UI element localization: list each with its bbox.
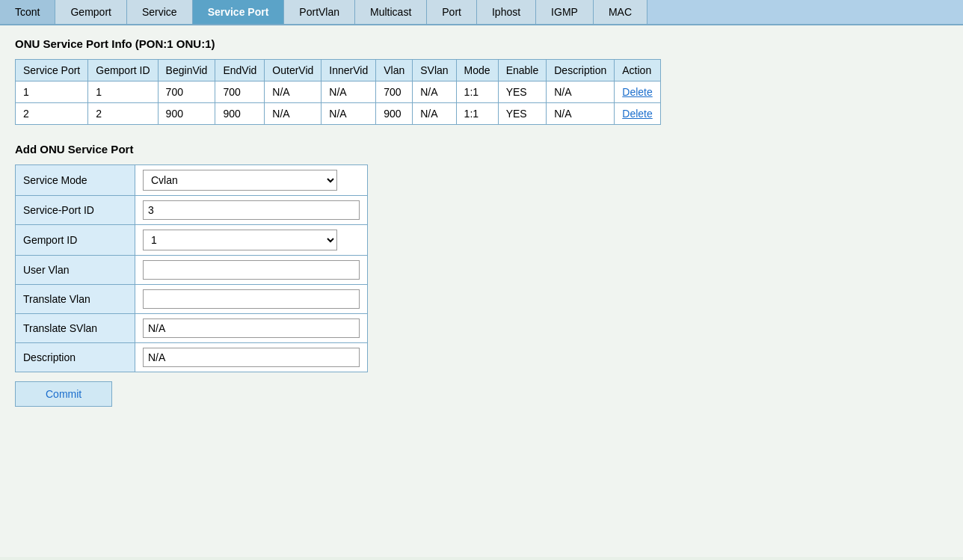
col-description: Description — [547, 60, 615, 81]
tab-portvlan[interactable]: PortVlan — [284, 0, 355, 24]
tab-multicast[interactable]: Multicast — [355, 0, 427, 24]
translate-svlan-row: Translate SVlan — [16, 314, 368, 343]
service-mode-label: Service Mode — [16, 165, 135, 196]
col-gemport-id: Gemport ID — [88, 60, 158, 81]
gemport-id-row: Gemport ID 1 2 3 4 — [16, 225, 368, 256]
translate-svlan-input[interactable] — [143, 319, 360, 338]
col-service-port: Service Port — [16, 60, 88, 81]
gemport-id-label: Gemport ID — [16, 225, 135, 256]
info-table: Service Port Gemport ID BeginVid EndVid … — [15, 59, 661, 125]
table-row: 11700700N/AN/A700N/A1:1YESN/ADelete — [16, 81, 661, 103]
col-begin-vid: BeginVid — [158, 60, 215, 81]
description-row: Description — [16, 343, 368, 372]
col-action: Action — [615, 60, 660, 81]
add-form-table: Service Mode Cvlan Transparent Tag QinQ … — [15, 164, 368, 372]
col-vlan: Vlan — [376, 60, 413, 81]
tab-mac[interactable]: MAC — [594, 0, 647, 24]
service-mode-cell: Cvlan Transparent Tag QinQ — [135, 165, 368, 196]
description-input[interactable] — [143, 348, 360, 367]
description-cell — [135, 343, 368, 372]
service-port-id-row: Service-Port ID — [16, 196, 368, 225]
tab-service[interactable]: Service — [127, 0, 193, 24]
col-end-vid: EndVid — [215, 60, 265, 81]
service-mode-select[interactable]: Cvlan Transparent Tag QinQ — [143, 170, 337, 191]
user-vlan-row: User Vlan — [16, 256, 368, 285]
gemport-id-select[interactable]: 1 2 3 4 — [143, 230, 337, 250]
translate-svlan-cell — [135, 314, 368, 343]
col-enable: Enable — [498, 60, 547, 81]
service-port-id-label: Service-Port ID — [16, 196, 135, 225]
translate-vlan-row: Translate Vlan — [16, 285, 368, 314]
add-section-title: Add ONU Service Port — [15, 143, 948, 156]
user-vlan-input[interactable] — [143, 260, 360, 280]
tab-igmp[interactable]: IGMP — [536, 0, 594, 24]
service-port-id-input[interactable] — [143, 200, 360, 220]
tab-bar: Tcont Gemport Service Service Port PortV… — [0, 0, 963, 25]
col-inner-vid: InnerVid — [321, 60, 376, 81]
commit-button[interactable]: Commit — [15, 381, 112, 407]
col-outer-vid: OuterVid — [265, 60, 321, 81]
gemport-id-cell: 1 2 3 4 — [135, 225, 368, 256]
user-vlan-label: User Vlan — [16, 256, 135, 285]
tab-serviceport[interactable]: Service Port — [193, 0, 285, 24]
main-content: ONU Service Port Info (PON:1 ONU:1) Serv… — [0, 25, 963, 557]
user-vlan-cell — [135, 256, 368, 285]
col-mode: Mode — [456, 60, 498, 81]
col-svlan: SVlan — [413, 60, 456, 81]
description-label: Description — [16, 343, 135, 372]
tab-gemport[interactable]: Gemport — [55, 0, 126, 24]
tab-iphost[interactable]: Iphost — [477, 0, 536, 24]
service-port-id-cell — [135, 196, 368, 225]
table-row: 22900900N/AN/A900N/A1:1YESN/ADelete — [16, 103, 661, 125]
delete-link[interactable]: Delete — [622, 108, 652, 120]
service-mode-row: Service Mode Cvlan Transparent Tag QinQ — [16, 165, 368, 196]
translate-vlan-cell — [135, 285, 368, 314]
translate-vlan-input[interactable] — [143, 289, 360, 309]
translate-svlan-label: Translate SVlan — [16, 314, 135, 343]
translate-vlan-label: Translate Vlan — [16, 285, 135, 314]
info-section-title: ONU Service Port Info (PON:1 ONU:1) — [15, 37, 948, 50]
delete-link[interactable]: Delete — [622, 86, 652, 98]
tab-tcont[interactable]: Tcont — [0, 0, 55, 24]
tab-port[interactable]: Port — [427, 0, 477, 24]
